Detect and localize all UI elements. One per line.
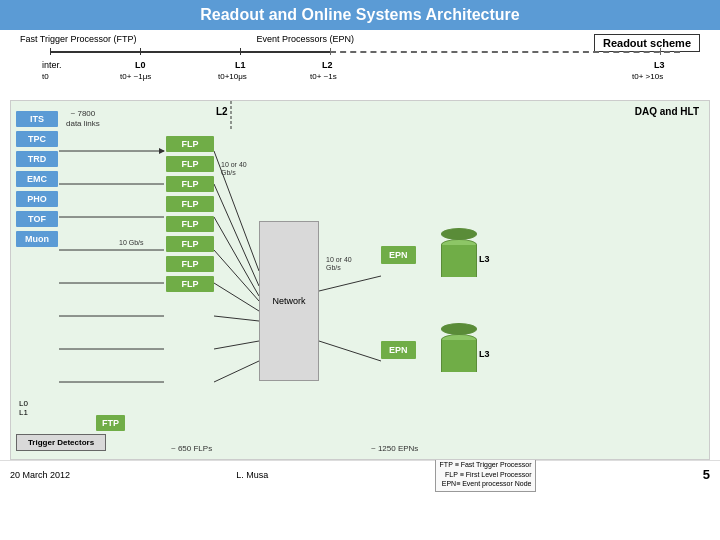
- l3-label-2: L3: [479, 349, 490, 359]
- footer-legend: FTP ≡ Fast Trigger Processor FLP ≡ First…: [435, 457, 537, 492]
- bandwidth-10-40b-label: 10 or 40Gb/s: [326, 256, 352, 273]
- svg-line-13: [214, 316, 259, 321]
- time-t0-1us: t0+ ~1μs: [120, 72, 151, 81]
- detector-tof: TOF: [16, 211, 58, 227]
- l3-label-1: L3: [479, 254, 490, 264]
- epn-box-2: EPN: [381, 341, 416, 359]
- svg-line-10: [214, 217, 259, 296]
- flp-6: FLP: [166, 236, 214, 252]
- svg-line-12: [214, 283, 259, 311]
- l0l1-labels: L0L1: [19, 399, 28, 417]
- l2-diagram-label: L2: [216, 106, 228, 117]
- time-t0-10s: t0+ >10s: [632, 72, 663, 81]
- page-header: Readout and Online Systems Architecture: [0, 0, 720, 30]
- time-t0-1s: t0+ ~1s: [310, 72, 337, 81]
- level-l0: L0: [135, 60, 146, 70]
- level-l1: L1: [235, 60, 246, 70]
- detector-muon: Muon: [16, 231, 58, 247]
- page-title: Readout and Online Systems Architecture: [200, 6, 519, 23]
- epn-group-2: EPN L3: [381, 341, 416, 359]
- detector-its: ITS: [16, 111, 58, 127]
- svg-line-17: [319, 341, 381, 361]
- detector-trd: TRD: [16, 151, 58, 167]
- timeline-section: Readout scheme Fast Trigger Processor (F…: [0, 30, 720, 100]
- ftp-box: FTP: [96, 415, 125, 431]
- svg-line-11: [214, 250, 259, 301]
- svg-line-15: [214, 361, 259, 382]
- time-t0-10us: t0+10μs: [218, 72, 247, 81]
- flp-4: FLP: [166, 196, 214, 212]
- svg-line-16: [319, 276, 381, 291]
- flp-column: FLP FLP FLP FLP FLP FLP FLP FLP: [166, 136, 214, 292]
- flp-3: FLP: [166, 176, 214, 192]
- epn-group-1: EPN L3: [381, 246, 416, 264]
- trigger-detectors-box: Trigger Detectors: [16, 434, 106, 451]
- flp-5: FLP: [166, 216, 214, 232]
- daq-hlt-label: DAQ and HLT: [635, 106, 699, 117]
- flp-1: FLP: [166, 136, 214, 152]
- level-l3: L3: [654, 60, 665, 70]
- flp-7: FLP: [166, 256, 214, 272]
- approx-epn-label: ~ 1250 EPNs: [371, 444, 418, 453]
- footer: 20 March 2012 L. Musa FTP ≡ Fast Trigger…: [0, 460, 720, 488]
- diagram-svg: [11, 101, 709, 459]
- legend-ftp: FTP ≡ Fast Trigger Processor: [440, 460, 532, 470]
- svg-line-9: [214, 184, 259, 286]
- network-box: Network: [259, 221, 319, 381]
- legend-flp: FLP ≡ First Level Processor: [440, 470, 532, 480]
- flp-8: FLP: [166, 276, 214, 292]
- architecture-diagram: L2 DAQ and HLT ~ 7800data links ITS TPC …: [10, 100, 710, 460]
- detector-emc: EMC: [16, 171, 58, 187]
- data-links-label: ~ 7800data links: [66, 109, 100, 130]
- epn-box-1: EPN: [381, 246, 416, 264]
- time-t0: t0: [42, 72, 49, 81]
- level-inter: inter.: [42, 60, 62, 70]
- footer-page: 5: [703, 467, 710, 482]
- legend-epn: EPN≡ Event processor Node: [440, 479, 532, 489]
- epn-header-label: Event Processors (EPN): [257, 34, 355, 44]
- level-l2: L2: [322, 60, 333, 70]
- approx-flp-label: ~ 650 FLPs: [171, 444, 212, 453]
- svg-line-14: [214, 341, 259, 349]
- detector-tpc: TPC: [16, 131, 58, 147]
- detector-column: ITS TPC TRD EMC PHO TOF Muon: [16, 111, 58, 247]
- bandwidth-10gb-label: 10 Gb/s: [119, 239, 144, 246]
- footer-date: 20 March 2012: [10, 470, 70, 480]
- footer-author: L. Musa: [236, 470, 268, 480]
- ftp-header-label: Fast Trigger Processor (FTP): [20, 34, 137, 44]
- detector-pho: PHO: [16, 191, 58, 207]
- flp-2: FLP: [166, 156, 214, 172]
- bandwidth-10-40-label: 10 or 40Gb/s: [221, 161, 247, 178]
